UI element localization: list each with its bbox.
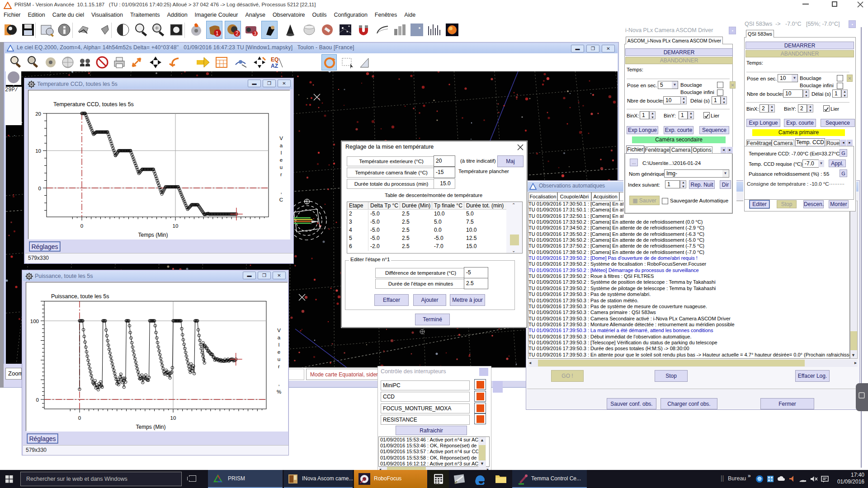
svg-text:3: 3 bbox=[254, 31, 256, 36]
svg-text:,: , bbox=[280, 189, 282, 194]
svg-text:a: a bbox=[280, 143, 283, 148]
svg-text:u: u bbox=[280, 164, 283, 170]
svg-text:V: V bbox=[279, 136, 283, 141]
svg-text:r: r bbox=[278, 364, 280, 369]
svg-text:AZ: AZ bbox=[271, 63, 278, 69]
svg-text:EQ: EQ bbox=[271, 56, 278, 63]
svg-text:l: l bbox=[278, 342, 280, 347]
svg-text:e: e bbox=[278, 349, 280, 355]
svg-text:10: 10 bbox=[35, 148, 41, 154]
svg-text:a: a bbox=[278, 335, 281, 340]
svg-text:10: 10 bbox=[170, 415, 176, 421]
svg-text:0: 0 bbox=[80, 223, 83, 229]
svg-text:r: r bbox=[280, 172, 282, 177]
svg-text:10: 10 bbox=[173, 223, 179, 229]
svg-text:Temps (Min): Temps (Min) bbox=[136, 424, 165, 430]
svg-text:%: % bbox=[277, 389, 281, 394]
svg-text:V: V bbox=[277, 328, 281, 333]
svg-text:l: l bbox=[281, 150, 282, 155]
svg-text:0: 0 bbox=[36, 397, 39, 403]
svg-text:1: 1 bbox=[216, 30, 219, 37]
svg-text:0: 0 bbox=[78, 415, 81, 421]
svg-text:2: 2 bbox=[236, 30, 239, 37]
svg-text:100: 100 bbox=[30, 319, 39, 324]
svg-text:Puissance, toute les 5s: Puissance, toute les 5s bbox=[51, 293, 109, 300]
svg-text:,: , bbox=[278, 381, 279, 386]
svg-text:Temperature CCD, toutes les 5s: Temperature CCD, toutes les 5s bbox=[53, 101, 134, 108]
svg-text:20: 20 bbox=[35, 111, 41, 117]
svg-text:e: e bbox=[280, 157, 283, 163]
svg-text:C: C bbox=[279, 197, 283, 202]
svg-text:u: u bbox=[278, 357, 280, 362]
svg-text:0: 0 bbox=[38, 186, 41, 191]
svg-text:Temps (Min): Temps (Min) bbox=[138, 232, 168, 238]
